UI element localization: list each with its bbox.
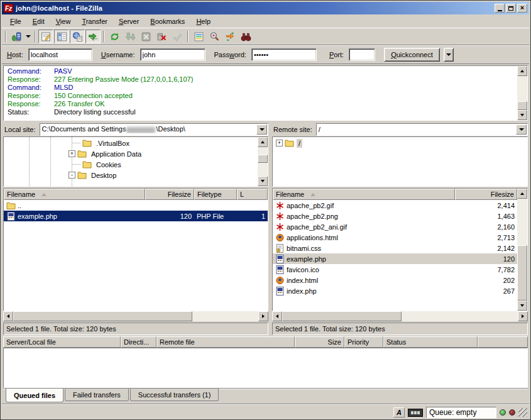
local-path-dropdown[interactable] xyxy=(256,124,267,135)
expand-icon[interactable]: + xyxy=(276,140,283,146)
local-path-combobox[interactable]: C:\Documents and Settings\Desktop\ xyxy=(40,123,268,136)
tree-item-root[interactable]: + / xyxy=(273,138,527,148)
scroll-left-button[interactable] xyxy=(3,311,13,321)
directory-filter-button[interactable] xyxy=(191,30,206,43)
site-manager-dropdown[interactable] xyxy=(25,30,32,43)
synchronized-browsing-button[interactable] xyxy=(222,30,238,43)
scroll-down-button[interactable] xyxy=(517,110,527,120)
remote-path-combobox[interactable]: / xyxy=(316,123,528,136)
column-header-last-modified[interactable]: L xyxy=(237,189,268,200)
tab-failed-transfers[interactable]: Failed transfers xyxy=(65,389,129,401)
host-input[interactable] xyxy=(28,48,92,61)
local-tree-scrollbar[interactable] xyxy=(258,137,268,186)
file-row[interactable]: apache_pb2.png 1,463 xyxy=(273,211,517,221)
tree-item-desktop[interactable]: - Desktop xyxy=(4,170,258,180)
scroll-down-button[interactable] xyxy=(517,301,527,311)
scroll-up-button[interactable] xyxy=(258,137,268,147)
log-scrollbar[interactable] xyxy=(517,66,527,120)
menu-file[interactable]: File xyxy=(4,16,27,27)
cancel-operation-button[interactable] xyxy=(138,30,153,43)
quickconnect-dropdown[interactable] xyxy=(444,48,454,62)
menu-server[interactable]: Server xyxy=(113,16,145,27)
password-input[interactable] xyxy=(251,48,317,61)
collapse-icon[interactable]: - xyxy=(68,172,75,179)
refresh-button[interactable] xyxy=(107,30,122,43)
reconnect-button[interactable] xyxy=(170,30,185,43)
queue-column-remote-file[interactable]: Remote file xyxy=(156,336,295,348)
remote-list-scrollbar[interactable] xyxy=(517,189,527,311)
port-input[interactable] xyxy=(349,48,375,61)
compare-directories-button[interactable] xyxy=(207,30,222,43)
queue-column-server-local-file[interactable]: Server/Local file xyxy=(3,336,121,348)
scrollbar-thumb[interactable] xyxy=(13,311,192,321)
log-text: 150 Connection accepted xyxy=(54,92,133,100)
speed-limits-icon[interactable] xyxy=(408,409,423,417)
local-horizontal-scrollbar[interactable] xyxy=(3,311,268,321)
scroll-up-button[interactable] xyxy=(517,189,527,199)
tab-queued-files[interactable]: Queued files xyxy=(6,389,63,402)
site-manager-button[interactable] xyxy=(9,30,24,43)
sort-ascending-icon xyxy=(310,193,315,196)
username-input[interactable] xyxy=(140,48,205,61)
minimize-button[interactable] xyxy=(495,4,505,13)
menu-view[interactable]: View xyxy=(50,16,77,27)
file-row[interactable]: index.html 202 xyxy=(273,275,517,285)
tree-item-virtualbox[interactable]: .VirtualBox xyxy=(4,138,258,148)
file-row[interactable]: apache_pb2.gif 2,414 xyxy=(273,200,517,211)
tab-successful-transfers[interactable]: Successful transfers (1) xyxy=(130,389,219,401)
queue-column-priority[interactable]: Priority xyxy=(344,336,383,348)
file-row-updir[interactable]: .. xyxy=(4,200,268,211)
disconnect-button[interactable] xyxy=(154,30,169,43)
tree-item-application-data[interactable]: + Application Data xyxy=(4,148,258,159)
column-header-filesize[interactable]: Filesize xyxy=(455,189,517,200)
scroll-right-button[interactable] xyxy=(258,311,268,321)
queue-column-size[interactable]: Size xyxy=(295,336,344,348)
file-row[interactable]: apache_pb2_ani.gif 2,160 xyxy=(273,221,517,232)
file-row[interactable]: favicon.ico 7,782 xyxy=(273,264,517,275)
scroll-down-button[interactable] xyxy=(258,176,268,186)
toggle-local-tree-button[interactable] xyxy=(54,30,69,43)
process-queue-button[interactable] xyxy=(123,30,138,43)
menu-edit[interactable]: Edit xyxy=(27,16,50,27)
column-header-filename[interactable]: Filename xyxy=(4,189,145,200)
remote-path-dropdown[interactable] xyxy=(516,124,527,135)
file-row[interactable]: applications.html 2,713 xyxy=(273,232,517,243)
expand-icon[interactable]: + xyxy=(68,150,75,157)
tree-item-cookies[interactable]: Cookies xyxy=(4,159,258,170)
pane-splitter[interactable] xyxy=(268,123,270,335)
toggle-message-log-button[interactable] xyxy=(38,30,53,43)
column-header-filetype[interactable]: Filetype xyxy=(194,189,237,200)
maximize-button[interactable] xyxy=(506,4,516,13)
scroll-left-button[interactable] xyxy=(272,311,282,321)
close-button[interactable]: × xyxy=(517,4,527,13)
cancel-icon xyxy=(141,31,151,42)
column-header-filename[interactable]: Filename xyxy=(273,189,455,200)
menu-bookmarks[interactable]: Bookmarks xyxy=(145,16,190,27)
queue-column-direction[interactable]: Directi... xyxy=(121,336,156,348)
scrollbar-thumb[interactable] xyxy=(258,155,268,163)
find-files-button[interactable] xyxy=(238,30,253,43)
scrollbar-thumb[interactable] xyxy=(517,101,527,110)
file-row[interactable]: index.php 267 xyxy=(273,285,517,296)
scroll-up-button[interactable] xyxy=(517,66,527,76)
quickconnect-button[interactable]: Quickconnect xyxy=(384,48,440,62)
file-row-example-php[interactable]: example.php 120 PHP File 1 xyxy=(4,211,268,221)
toggle-queue-button[interactable] xyxy=(85,30,101,43)
queue-column-status[interactable]: Status xyxy=(383,336,478,348)
file-row[interactable]: bitnami.css 2,142 xyxy=(273,243,517,253)
column-header-filesize[interactable]: Filesize xyxy=(145,189,194,200)
remote-file-rows: apache_pb2.gif 2,414 apache_pb2.png 1,46… xyxy=(273,200,517,311)
resize-grip[interactable] xyxy=(518,408,527,417)
scrollbar-thumb[interactable] xyxy=(282,311,402,321)
log-text: PASV xyxy=(54,67,72,75)
transfer-type-indicator[interactable]: A xyxy=(393,407,405,417)
title-bar[interactable]: Fz john@localhost - FileZilla × xyxy=(2,2,529,14)
menu-transfer[interactable]: Transfer xyxy=(76,16,113,27)
file-row-selected[interactable]: example.php 120 xyxy=(273,253,517,264)
scrollbar-thumb[interactable] xyxy=(517,245,527,301)
menu-help[interactable]: Help xyxy=(190,16,216,27)
toggle-remote-tree-button[interactable] xyxy=(70,30,85,43)
status-bar: A Queue: empty xyxy=(2,404,529,420)
remote-horizontal-scrollbar[interactable] xyxy=(272,311,528,321)
scroll-right-button[interactable] xyxy=(518,311,528,321)
